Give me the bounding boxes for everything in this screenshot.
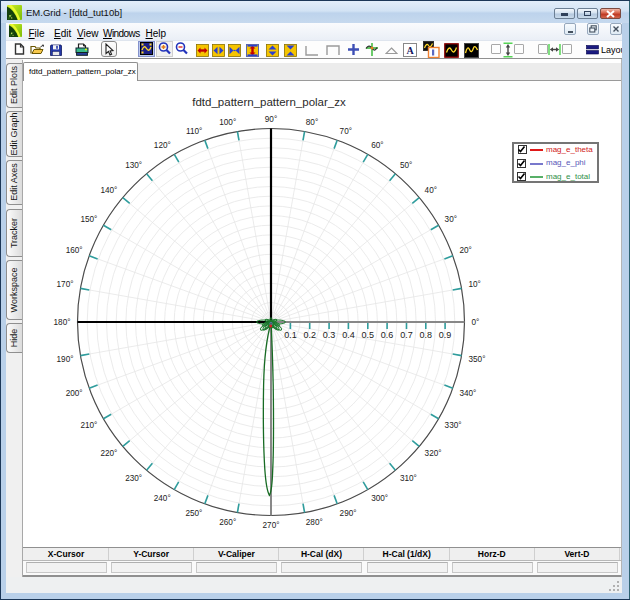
svg-text:110°: 110° (186, 127, 202, 136)
svg-text:250°: 250° (185, 509, 202, 518)
svg-text:0.9: 0.9 (439, 330, 452, 340)
svg-text:140°: 140° (100, 186, 117, 195)
svg-text:80°: 80° (306, 118, 318, 127)
svg-text:230°: 230° (125, 474, 142, 483)
svg-text:300°: 300° (371, 494, 388, 503)
svg-text:180°: 180° (54, 318, 71, 327)
svg-text:200°: 200° (66, 389, 83, 398)
svg-text:150°: 150° (80, 215, 97, 224)
svg-text:0.7: 0.7 (400, 330, 413, 340)
svg-text:10°: 10° (469, 280, 481, 289)
svg-text:270°: 270° (263, 521, 280, 530)
svg-text:190°: 190° (57, 355, 74, 364)
svg-text:50°: 50° (400, 161, 412, 170)
svg-text:70°: 70° (340, 127, 352, 136)
svg-text:290°: 290° (340, 509, 357, 518)
svg-text:260°: 260° (219, 518, 236, 527)
svg-text:0.2: 0.2 (303, 330, 316, 340)
svg-text:210°: 210° (80, 421, 97, 430)
svg-text:120°: 120° (154, 141, 171, 150)
svg-text:60°: 60° (371, 141, 383, 150)
svg-text:240°: 240° (154, 494, 171, 503)
svg-text:130°: 130° (125, 161, 142, 170)
svg-text:40°: 40° (425, 186, 437, 195)
svg-text:220°: 220° (100, 449, 117, 458)
svg-text:30°: 30° (445, 215, 457, 224)
svg-text:280°: 280° (306, 518, 323, 527)
svg-text:0.6: 0.6 (381, 330, 394, 340)
svg-text:0.3: 0.3 (323, 330, 336, 340)
svg-text:20°: 20° (459, 246, 471, 255)
svg-text:0°: 0° (472, 318, 480, 327)
svg-text:160°: 160° (66, 246, 83, 255)
svg-text:170°: 170° (57, 280, 74, 289)
svg-text:330°: 330° (445, 421, 462, 430)
svg-text:320°: 320° (425, 449, 442, 458)
svg-text:350°: 350° (469, 355, 486, 364)
svg-text:0.1: 0.1 (284, 330, 297, 340)
svg-text:310°: 310° (400, 474, 417, 483)
svg-text:100°: 100° (219, 118, 236, 127)
svg-text:340°: 340° (459, 389, 476, 398)
svg-text:90°: 90° (265, 115, 277, 124)
svg-text:0.4: 0.4 (342, 330, 355, 340)
svg-text:0.8: 0.8 (420, 330, 433, 340)
svg-text:0.5: 0.5 (362, 330, 375, 340)
